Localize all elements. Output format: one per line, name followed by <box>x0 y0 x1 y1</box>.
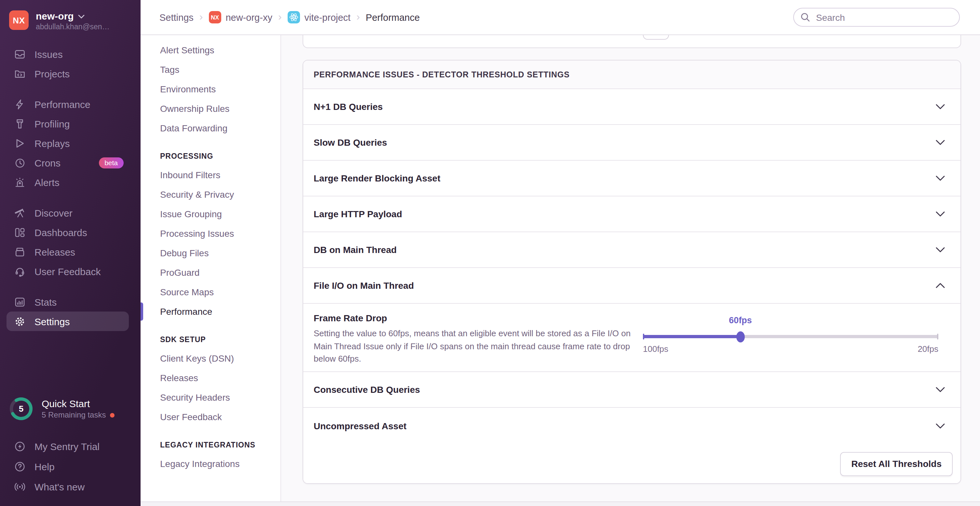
sidebar-item-label: Profiling <box>35 118 70 129</box>
bottom-scroll-strip <box>140 501 980 506</box>
clock-icon <box>14 157 25 168</box>
chevron-down-icon <box>936 387 945 392</box>
sidebar-item-discover[interactable]: Discover <box>6 203 129 222</box>
scrolled-card-partial <box>302 35 961 48</box>
sidebar-item-help[interactable]: Help <box>6 457 129 477</box>
sidebar-item-label: Dashboards <box>35 227 87 238</box>
profiling-icon <box>14 118 25 129</box>
sidebar-item-my-sentry-trial[interactable]: My Sentry Trial <box>6 436 129 457</box>
detector-row-consecutive-db-queries[interactable]: Consecutive DB Queries <box>303 372 961 408</box>
subnav-item-alert-settings[interactable]: Alert Settings <box>140 40 280 60</box>
subnav-item-ownership-rules[interactable]: Ownership Rules <box>140 99 280 118</box>
subnav-item-source-maps[interactable]: Source Maps <box>140 282 280 302</box>
quick-start-subtitle: 5 Remaining tasks <box>41 411 106 419</box>
slider-thumb[interactable] <box>736 331 745 342</box>
subnav-item-client-keys[interactable]: Client Keys (DSN) <box>140 349 280 368</box>
sidebar-item-label: My Sentry Trial <box>35 441 100 452</box>
sidebar-item-label: User Feedback <box>35 266 100 277</box>
sidebar-item-label: Settings <box>35 316 70 327</box>
slider-max-tick <box>937 334 939 339</box>
sidebar-item-label: Issues <box>35 48 63 60</box>
sidebar-nav: Issues Projects Performance Profiling <box>0 44 140 331</box>
scrolled-button-partial[interactable] <box>643 35 669 40</box>
sidebar-item-user-feedback[interactable]: User Feedback <box>6 262 129 281</box>
broadcast-icon <box>14 481 25 492</box>
org-switcher[interactable]: NX new-org abdullah.khan@sen… <box>0 0 140 31</box>
quick-start[interactable]: 5 Quick Start 5 Remaining tasks <box>9 397 114 421</box>
sidebar-item-stats[interactable]: Stats <box>6 292 129 311</box>
sidebar-item-dashboards[interactable]: Dashboards <box>6 222 129 242</box>
circled-question-icon <box>14 461 25 472</box>
sidebar-item-label: What's new <box>35 481 84 492</box>
chevron-down-icon <box>936 104 945 109</box>
detector-row-file-io-on-main-thread[interactable]: File I/O on Main Thread <box>303 268 961 304</box>
sidebar-item-projects[interactable]: Projects <box>6 64 129 83</box>
sidebar-item-issues[interactable]: Issues <box>6 44 129 64</box>
siren-icon <box>14 176 25 188</box>
sidebar-item-replays[interactable]: Replays <box>6 133 129 153</box>
quick-start-progress-ring: 5 <box>9 397 33 421</box>
sidebar-item-releases[interactable]: Releases <box>6 242 129 262</box>
lightning-icon <box>14 98 25 109</box>
gear-icon <box>14 316 25 327</box>
sidebar-item-label: Stats <box>35 296 57 307</box>
search-input[interactable] <box>815 11 953 23</box>
panel-title: PERFORMANCE ISSUES - DETECTOR THRESHOLD … <box>303 60 961 89</box>
subnav-item-tags[interactable]: Tags <box>140 60 280 79</box>
slider-min-tick <box>643 334 644 339</box>
sidebar-item-settings[interactable]: Settings <box>6 311 129 331</box>
detector-row-slow-db-queries[interactable]: Slow DB Queries <box>303 125 961 161</box>
sidebar-item-alerts[interactable]: Alerts <box>6 172 129 192</box>
search-box[interactable] <box>793 8 960 27</box>
detector-threshold-panel: PERFORMANCE ISSUES - DETECTOR THRESHOLD … <box>302 60 961 484</box>
reset-all-thresholds-button[interactable]: Reset All Thresholds <box>840 452 953 476</box>
org-meta: new-org abdullah.khan@sen… <box>36 10 110 31</box>
detector-row-n-plus-one-db-queries[interactable]: N+1 DB Queries <box>303 89 961 125</box>
beta-badge: beta <box>99 157 124 168</box>
projects-icon <box>14 68 25 79</box>
subnav-heading-sdk-setup: SDK SETUP <box>140 330 280 349</box>
subnav-item-debug-files[interactable]: Debug Files <box>140 243 280 263</box>
subnav-item-processing-issues[interactable]: Processing Issues <box>140 224 280 243</box>
play-icon <box>14 138 25 149</box>
slider-min-label: 100fps <box>643 344 668 354</box>
sidebar-item-label: Help <box>35 461 55 472</box>
sentry-settings-screen: NX new-org abdullah.khan@sen… Issues <box>0 0 980 506</box>
subnav-item-proguard[interactable]: ProGuard <box>140 263 280 282</box>
subnav-item-legacy-integrations[interactable]: Legacy Integrations <box>140 454 280 473</box>
detector-row-db-on-main-thread[interactable]: DB on Main Thread <box>303 232 961 268</box>
subnav-item-releases[interactable]: Releases <box>140 368 280 388</box>
breadcrumb-settings[interactable]: Settings <box>159 12 194 22</box>
slider-track[interactable] <box>643 335 939 338</box>
frame-rate-slider: 60fps 100fps 20fps <box>643 314 939 366</box>
subnav-item-user-feedback[interactable]: User Feedback <box>140 407 280 427</box>
breadcrumb-organization[interactable]: NX new-org-xy <box>208 11 272 24</box>
subnav-item-data-forwarding[interactable]: Data Forwarding <box>140 118 280 138</box>
bar-chart-icon <box>14 296 25 307</box>
subnav-item-issue-grouping[interactable]: Issue Grouping <box>140 204 280 224</box>
issues-icon <box>14 48 25 60</box>
sidebar-item-crons[interactable]: Crons beta <box>6 153 129 172</box>
sidebar-item-label: Crons <box>35 157 60 168</box>
detector-row-large-render-blocking-asset[interactable]: Large Render Blocking Asset <box>303 161 961 197</box>
subnav-heading-processing: PROCESSING <box>140 147 280 165</box>
quick-start-title: Quick Start <box>41 398 114 409</box>
subnav-item-performance[interactable]: Performance <box>140 302 280 321</box>
sidebar-item-performance[interactable]: Performance <box>6 94 129 114</box>
sidebar-item-label: Alerts <box>35 176 60 188</box>
sidebar-item-whats-new[interactable]: What's new <box>6 477 129 497</box>
org-avatar: NX <box>9 10 29 30</box>
subnav-item-inbound-filters[interactable]: Inbound Filters <box>140 165 280 185</box>
headset-icon <box>14 266 25 277</box>
breadcrumb-performance: Performance <box>366 12 420 22</box>
detector-row-uncompressed-asset[interactable]: Uncompressed Asset <box>303 408 961 444</box>
top-bar: Settings › NX new-org-xy › vite-project <box>140 0 980 35</box>
subnav-item-environments[interactable]: Environments <box>140 79 280 99</box>
breadcrumb-separator-icon: › <box>278 11 282 23</box>
sidebar-item-profiling[interactable]: Profiling <box>6 114 129 133</box>
circled-lightning-icon <box>14 441 25 452</box>
breadcrumb-project[interactable]: vite-project <box>288 11 351 24</box>
detector-row-large-http-payload[interactable]: Large HTTP Payload <box>303 197 961 232</box>
subnav-item-security-privacy[interactable]: Security & Privacy <box>140 185 280 204</box>
subnav-item-security-headers[interactable]: Security Headers <box>140 388 280 407</box>
